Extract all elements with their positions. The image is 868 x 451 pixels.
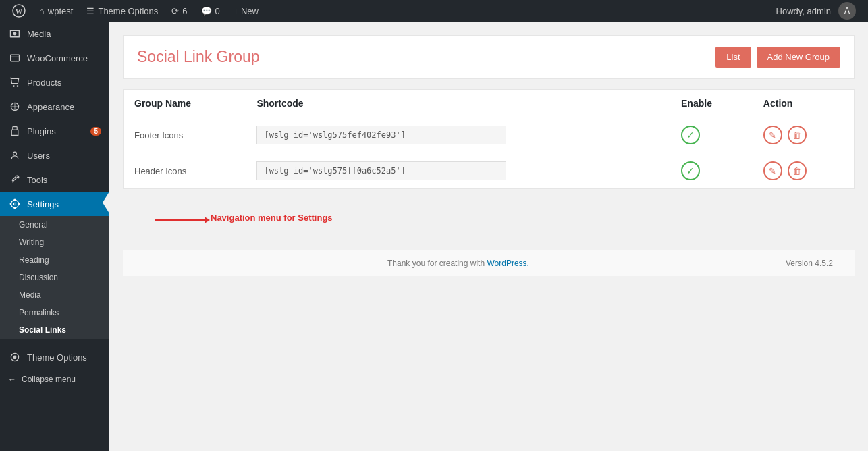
svg-point-5	[13, 152, 17, 155]
list-button[interactable]: List	[715, 47, 751, 68]
sidebar-item-products[interactable]: Products	[0, 70, 109, 95]
submenu-social-links[interactable]: Social Links	[0, 321, 109, 339]
avatar: A	[838, 2, 856, 20]
col-action: Action	[753, 90, 854, 117]
sidebar-item-products-label: Products	[27, 78, 101, 88]
table-header-row: Group Name Shortcode Enable Action	[124, 90, 854, 117]
row-1-shortcode-input[interactable]	[256, 126, 506, 144]
row-2-shortcode-input[interactable]	[256, 161, 506, 180]
row-1-enable: ✓	[670, 117, 753, 153]
data-table-card: Group Name Shortcode Enable Action Foote…	[123, 89, 855, 189]
page-title: Social Link Group	[137, 48, 260, 66]
settings-icon	[8, 197, 22, 211]
sidebar-item-plugins-label: Plugins	[27, 126, 85, 136]
sidebar-item-woocommerce[interactable]: WooCommerce	[0, 46, 109, 70]
table-row: Header Icons ✓ ✎ 🗑	[124, 153, 854, 189]
plugins-icon	[8, 124, 22, 138]
row-2-enable: ✓	[670, 153, 753, 189]
adminbar-comments[interactable]: 💬 0	[194, 0, 227, 22]
submenu-permalinks[interactable]: Permalinks	[0, 304, 109, 321]
row-1-shortcode	[246, 117, 670, 153]
footer-wp-link[interactable]: WordPress.	[487, 259, 528, 268]
svg-rect-8	[10, 203, 11, 205]
submenu-media[interactable]: Media	[0, 286, 109, 304]
adminbar-howdy[interactable]: Howdy, admin A	[769, 0, 863, 22]
sidebar-item-users-label: Users	[27, 151, 101, 161]
settings-submenu: General Writing Reading Discussion Media…	[0, 216, 109, 339]
wp-version: Version 4.5.2	[786, 259, 833, 268]
row-2-action: ✎ 🗑	[753, 153, 854, 189]
row-1-enable-check: ✓	[681, 126, 700, 144]
table-row: Footer Icons ✓ ✎ 🗑	[124, 117, 854, 153]
media-icon	[8, 27, 22, 41]
page-footer: Thank you for creating with WordPress. V…	[123, 250, 855, 276]
appearance-icon	[8, 100, 22, 113]
sidebar-item-settings[interactable]: Settings	[0, 192, 109, 216]
row-1-group-name: Footer Icons	[124, 117, 246, 153]
sidebar-item-users[interactable]: Users	[0, 143, 109, 167]
row-2-edit-button[interactable]: ✎	[763, 161, 782, 180]
submenu-writing[interactable]: Writing	[0, 234, 109, 251]
sidebar-item-woocommerce-label: WooCommerce	[27, 53, 101, 63]
adminbar-theme-options[interactable]: ☰ Theme Options	[80, 0, 165, 22]
sidebar-item-plugins[interactable]: Plugins 5	[0, 119, 109, 143]
users-icon	[8, 149, 22, 162]
sidebar-item-appearance[interactable]: Appearance	[0, 95, 109, 119]
collapse-icon: ←	[8, 375, 16, 384]
svg-rect-7	[13, 207, 16, 209]
woocommerce-icon	[8, 51, 22, 65]
page-header-card: Social Link Group List Add New Group	[123, 35, 855, 79]
footer-text: Thank you for creating with	[387, 259, 485, 268]
sidebar-item-appearance-label: Appearance	[27, 102, 101, 112]
svg-rect-6	[13, 199, 16, 201]
sidebar: Media WooCommerce Products Appearance Pl	[0, 22, 109, 451]
annotation-text: Navigation menu for Settings	[211, 213, 333, 223]
sidebar-item-media[interactable]: Media	[0, 22, 109, 46]
annotation-arrow	[155, 219, 209, 221]
header-buttons: List Add New Group	[715, 47, 840, 68]
svg-rect-9	[18, 203, 20, 205]
main-content: Social Link Group List Add New Group Gro…	[109, 22, 868, 451]
row-2-group-name: Header Icons	[124, 153, 246, 189]
products-icon	[8, 76, 22, 89]
admin-bar: W ⌂ wptest ☰ Theme Options ⟳ 6 💬 0 + New…	[0, 0, 868, 22]
tools-icon	[8, 173, 22, 186]
row-1-action-buttons: ✎ 🗑	[763, 126, 843, 144]
col-group-name: Group Name	[124, 90, 246, 117]
row-1-action: ✎ 🗑	[753, 117, 854, 153]
adminbar-revisions[interactable]: ⟳ 6	[165, 0, 194, 22]
row-2-shortcode	[246, 153, 670, 189]
row-2-enable-check: ✓	[681, 161, 700, 180]
plugins-badge: 5	[90, 127, 101, 136]
sidebar-item-tools-label: Tools	[27, 175, 101, 185]
svg-text:W: W	[16, 8, 22, 16]
annotation-area: Navigation menu for Settings	[123, 196, 855, 250]
row-1-edit-button[interactable]: ✎	[763, 126, 782, 144]
theme-options-icon	[8, 350, 22, 364]
svg-rect-2	[11, 55, 20, 61]
sidebar-item-theme-options-label: Theme Options	[27, 352, 101, 363]
col-shortcode: Shortcode	[246, 90, 670, 117]
col-enable: Enable	[670, 90, 753, 117]
adminbar-wp-logo[interactable]: W	[5, 0, 32, 22]
sidebar-item-theme-options[interactable]: Theme Options	[0, 345, 109, 369]
active-arrow	[103, 192, 109, 213]
sidebar-item-settings-label: Settings	[27, 199, 101, 209]
collapse-menu[interactable]: ← Collapse menu	[0, 369, 109, 390]
submenu-reading[interactable]: Reading	[0, 251, 109, 269]
adminbar-site-name[interactable]: ⌂ wptest	[32, 0, 80, 22]
svg-point-11	[13, 356, 17, 359]
adminbar-new[interactable]: + New	[227, 0, 265, 22]
row-2-action-buttons: ✎ 🗑	[763, 161, 843, 180]
add-new-group-button[interactable]: Add New Group	[757, 47, 841, 68]
social-link-table: Group Name Shortcode Enable Action Foote…	[124, 90, 854, 188]
submenu-discussion[interactable]: Discussion	[0, 269, 109, 286]
sidebar-item-media-label: Media	[27, 29, 101, 39]
row-1-delete-button[interactable]: 🗑	[788, 126, 807, 144]
row-2-delete-button[interactable]: 🗑	[788, 161, 807, 180]
svg-rect-4	[13, 127, 17, 130]
submenu-general[interactable]: General	[0, 216, 109, 234]
sidebar-item-tools[interactable]: Tools	[0, 167, 109, 192]
